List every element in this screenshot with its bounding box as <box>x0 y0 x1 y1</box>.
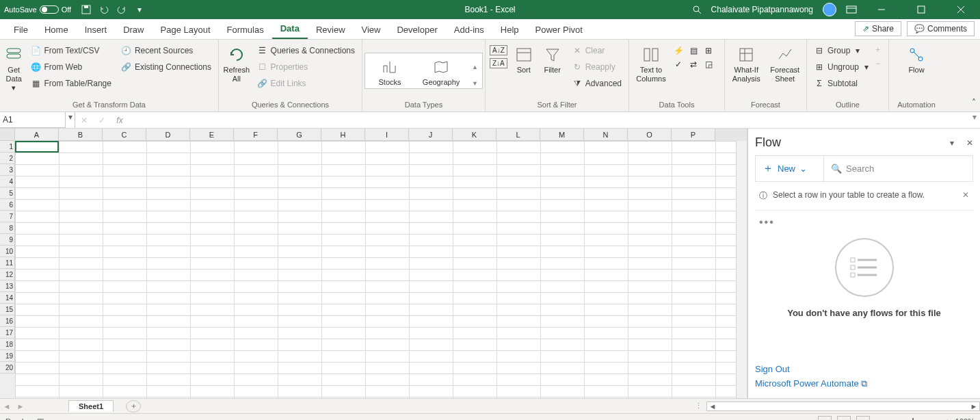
row-header[interactable]: 13 <box>0 280 15 292</box>
row-header[interactable]: 14 <box>0 292 15 304</box>
recent-sources-button[interactable]: 🕘Recent Sources <box>118 44 214 57</box>
row-header[interactable]: 11 <box>0 257 15 269</box>
row-header[interactable]: 6 <box>0 199 15 211</box>
scroll-right-icon[interactable]: ► <box>968 402 979 410</box>
col-header[interactable]: K <box>453 129 496 141</box>
power-automate-link[interactable]: Microsoft Power Automate ⧉ <box>755 376 973 391</box>
zoom-label[interactable]: 100% <box>955 417 975 421</box>
zoom-in-button[interactable]: + <box>945 417 949 421</box>
col-header[interactable]: J <box>409 129 453 141</box>
row-header[interactable]: 19 <box>0 350 15 362</box>
text-to-columns-button[interactable]: Text to Columns <box>633 42 669 83</box>
cancel-formula-icon[interactable]: ✕ <box>75 116 93 125</box>
tab-view[interactable]: View <box>354 21 389 39</box>
sort-az-icon[interactable]: A↓Z <box>490 45 507 55</box>
scroll-left-icon[interactable]: ◄ <box>707 402 718 410</box>
row-header[interactable]: 17 <box>0 327 15 339</box>
active-cell[interactable] <box>15 141 59 153</box>
formula-input[interactable] <box>129 112 969 128</box>
col-header[interactable]: P <box>672 129 715 141</box>
fx-icon[interactable]: fx <box>111 116 129 125</box>
sort-za-icon[interactable]: Z↓A <box>490 58 507 68</box>
col-header[interactable]: L <box>496 129 540 141</box>
worksheet[interactable]: A B C D E F G H I J K L M N O P 12345678… <box>0 129 747 398</box>
close-button[interactable] <box>946 0 976 19</box>
minimize-button[interactable] <box>866 0 897 19</box>
tab-draw[interactable]: Draw <box>115 21 152 39</box>
get-data-button[interactable]: Get Data ▾ <box>4 42 23 93</box>
row-header[interactable]: 4 <box>0 176 15 187</box>
cell-grid[interactable] <box>15 141 736 398</box>
comments-button[interactable]: 💬 Comments <box>907 21 975 36</box>
save-icon[interactable] <box>81 4 92 15</box>
col-header[interactable]: G <box>278 129 321 141</box>
group-button[interactable]: ⊟Group▾ <box>811 44 871 57</box>
col-header[interactable]: N <box>584 129 628 141</box>
row-header[interactable]: 2 <box>0 153 15 164</box>
relationships-icon[interactable]: ⇄ <box>688 59 699 70</box>
row-header[interactable]: 3 <box>0 164 15 176</box>
queries-connections-button[interactable]: ☰Queries & Connections <box>254 44 358 57</box>
col-header[interactable]: O <box>628 129 672 141</box>
row-header[interactable]: 7 <box>0 211 15 222</box>
page-break-view-button[interactable] <box>856 416 870 421</box>
undo-icon[interactable] <box>98 4 109 15</box>
macro-record-icon[interactable]: ▣ <box>37 417 44 420</box>
normal-view-button[interactable] <box>818 416 832 421</box>
formula-expand-icon[interactable]: ▾ <box>969 112 980 128</box>
row-header[interactable]: 8 <box>0 222 15 234</box>
qat-dropdown-icon[interactable]: ▾ <box>134 4 145 15</box>
from-web-button[interactable]: 🌐From Web <box>27 60 114 74</box>
signout-link[interactable]: Sign Out <box>755 362 973 376</box>
zoom-out-button[interactable]: − <box>875 417 879 421</box>
maximize-button[interactable] <box>906 0 936 19</box>
manage-data-model-icon[interactable]: ◲ <box>703 59 714 70</box>
tab-home[interactable]: Home <box>36 21 77 39</box>
ungroup-button[interactable]: ⊞Ungroup▾ <box>811 60 871 74</box>
tab-data[interactable]: Data <box>272 19 308 39</box>
share-button[interactable]: ⇗ Share <box>855 21 901 36</box>
row-header[interactable]: 20 <box>0 362 15 373</box>
advanced-button[interactable]: ⧩Advanced <box>569 77 624 90</box>
tab-help[interactable]: Help <box>492 21 527 39</box>
col-header[interactable]: H <box>321 129 365 141</box>
subtotal-button[interactable]: ΣSubtotal <box>811 77 871 90</box>
row-header[interactable]: 15 <box>0 304 15 315</box>
col-header[interactable]: B <box>59 129 103 141</box>
datatypes-scroll-down[interactable]: ▼ <box>472 80 478 87</box>
dismiss-info-icon[interactable]: ✕ <box>962 190 969 200</box>
col-header[interactable]: D <box>146 129 190 141</box>
refresh-all-button[interactable]: Refresh All <box>223 42 250 83</box>
row-header[interactable]: 18 <box>0 339 15 350</box>
tab-developer[interactable]: Developer <box>388 21 445 39</box>
sheet-tab[interactable]: Sheet1 <box>68 400 114 412</box>
enter-formula-icon[interactable]: ✓ <box>93 116 111 125</box>
ribbon-display-icon[interactable] <box>846 5 857 14</box>
sheet-nav-prev[interactable]: ◄ <box>3 402 11 410</box>
name-box-dropdown[interactable]: ▾ <box>66 112 75 128</box>
flow-search-input[interactable]: 🔍 Search <box>824 156 972 181</box>
row-header[interactable]: 10 <box>0 246 15 257</box>
from-text-csv-button[interactable]: 📄From Text/CSV <box>27 44 114 57</box>
sort-button[interactable]: Sort <box>512 42 536 75</box>
tab-file[interactable]: File <box>5 21 36 39</box>
forecast-sheet-button[interactable]: Forecast Sheet <box>768 42 803 83</box>
col-header[interactable]: I <box>365 129 409 141</box>
flow-pane-dropdown-icon[interactable]: ▾ <box>950 138 954 148</box>
collapse-ribbon-icon[interactable]: ˄ <box>972 98 976 107</box>
autosave-toggle[interactable]: AutoSave Off <box>4 5 71 14</box>
tab-review[interactable]: Review <box>308 21 354 39</box>
tab-addins[interactable]: Add-ins <box>446 21 492 39</box>
col-header[interactable]: A <box>15 129 59 141</box>
row-header[interactable]: 1 <box>0 141 15 153</box>
select-all-corner[interactable] <box>0 129 15 141</box>
flow-more-icon[interactable]: ••• <box>755 213 779 231</box>
row-header[interactable]: 5 <box>0 187 15 199</box>
whatif-analysis-button[interactable]: What-If Analysis <box>729 42 764 83</box>
tab-power-pivot[interactable]: Power Pivot <box>527 21 591 39</box>
remove-duplicates-icon[interactable]: ▤ <box>688 45 699 56</box>
col-header[interactable]: C <box>103 129 146 141</box>
redo-icon[interactable] <box>116 4 127 15</box>
filter-button[interactable]: Filter <box>540 42 565 75</box>
row-header[interactable]: 16 <box>0 315 15 327</box>
